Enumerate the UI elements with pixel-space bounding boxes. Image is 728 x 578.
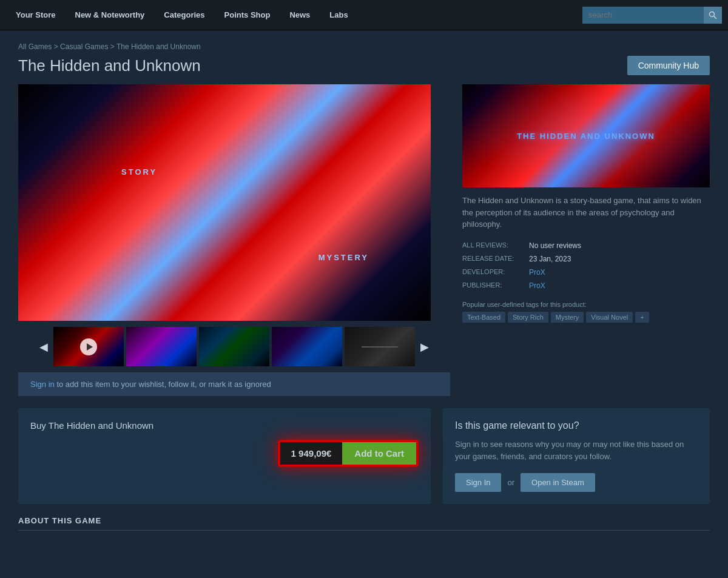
meta-reviews-row: ALL REVIEWS: No user reviews (462, 239, 710, 252)
game-description: The Hidden and Unknown is a story-based … (462, 195, 710, 230)
thumbnail-1[interactable] (53, 327, 124, 366)
add-to-cart-button[interactable]: Add to Cart (342, 442, 416, 465)
breadcrumb-casual-games[interactable]: Casual Games (60, 42, 108, 51)
release-label: RELEASE DATE: (462, 252, 529, 266)
meta-publisher-row: PUBLISHER: ProX (462, 279, 710, 292)
nav-your-store[interactable]: Your Store (6, 0, 66, 30)
navbar: Your Store New & Noteworthy Categories P… (0, 0, 728, 30)
tag-more[interactable]: + (635, 312, 649, 323)
meta-table: ALL REVIEWS: No user reviews RELEASE DAT… (462, 239, 710, 292)
svg-line-1 (714, 16, 717, 19)
thumb-nav-right[interactable]: ▶ (417, 340, 432, 354)
thumbnail-2[interactable] (126, 327, 197, 366)
publisher-label: PUBLISHER: (462, 279, 529, 292)
buy-price-row: 1 949,09€ Add to Cart (30, 440, 419, 467)
community-hub-button[interactable]: Community Hub (627, 56, 710, 75)
media-label-story: STORY (121, 167, 157, 176)
game-cover-image: THE HIDDEN AND UNKNOWN (462, 84, 710, 187)
thumbnails-row: ◀ ▶ (18, 321, 450, 372)
tag-text-based[interactable]: Text-Based (462, 312, 505, 323)
search-input[interactable] (582, 7, 704, 24)
game-info-panel: THE HIDDEN AND UNKNOWN The Hidden and Un… (462, 84, 710, 396)
publisher-value: ProX (529, 279, 710, 292)
play-button-icon (80, 338, 97, 355)
nav-new-noteworthy[interactable]: New & Noteworthy (66, 0, 155, 30)
thumb-nav-left[interactable]: ◀ (36, 340, 51, 354)
relevance-title: Is this game relevant to you? (455, 420, 698, 431)
reviews-label: ALL REVIEWS: (462, 239, 529, 252)
breadcrumb: All Games > Casual Games > The Hidden an… (18, 42, 710, 51)
nav-points-shop[interactable]: Points Shop (215, 0, 280, 30)
page-title: The Hidden and Unknown (18, 56, 201, 75)
thumbnail-4[interactable] (272, 327, 342, 366)
relevance-actions: Sign In or Open in Steam (455, 473, 698, 492)
game-content: STORY MYSTERY ◀ (18, 84, 710, 396)
reviews-value: No user reviews (529, 239, 710, 252)
nav-news[interactable]: News (280, 0, 320, 30)
nav-labs[interactable]: Labs (320, 0, 357, 30)
release-value: 23 Jan, 2023 (529, 252, 710, 266)
nav-items: Your Store New & Noteworthy Categories P… (6, 0, 582, 30)
developer-label: DEVELOPER: (462, 266, 529, 279)
svg-point-0 (710, 12, 715, 16)
open-steam-button[interactable]: Open in Steam (521, 473, 595, 492)
thumbnail-5[interactable] (345, 327, 415, 366)
breadcrumb-current: The Hidden and Unknown (116, 42, 201, 51)
signin-bar-text: to add this item to your wishlist, follo… (56, 380, 271, 389)
search-button[interactable] (704, 7, 722, 24)
tag-story-rich[interactable]: Story Rich (508, 312, 548, 323)
signin-bar: Sign in to add this item to your wishlis… (18, 372, 450, 396)
media-visual: STORY MYSTERY (18, 84, 431, 321)
tag-visual-novel[interactable]: Visual Novel (586, 312, 633, 323)
about-section: ABOUT THIS GAME (18, 516, 710, 549)
meta-developer-row: DEVELOPER: ProX (462, 266, 710, 279)
relevance-signin-button[interactable]: Sign In (455, 473, 501, 492)
page-title-row: The Hidden and Unknown Community Hub (18, 56, 710, 75)
buy-section-wrapper: Buy The Hidden and Unknown 1 949,09€ Add… (18, 408, 710, 504)
main-content: All Games > Casual Games > The Hidden an… (0, 30, 728, 561)
media-section: STORY MYSTERY ◀ (18, 84, 450, 396)
game-cover-title: THE HIDDEN AND UNKNOWN (517, 132, 655, 141)
relevance-description: Sign in to see reasons why you may or ma… (455, 439, 698, 462)
breadcrumb-all-games[interactable]: All Games (18, 42, 52, 51)
tags-row: Text-Based Story Rich Mystery Visual Nov… (462, 312, 710, 323)
tags-label: Popular user-defined tags for this produ… (462, 301, 710, 308)
buy-title: Buy The Hidden and Unknown (30, 420, 419, 431)
thumbnail-3[interactable] (199, 327, 269, 366)
media-label-mystery: MYSTERY (318, 253, 369, 262)
thumbnails-container: ◀ ▶ (18, 321, 450, 372)
breadcrumb-sep1: > (54, 42, 60, 51)
main-media-player[interactable]: STORY MYSTERY (18, 84, 431, 321)
price-label: 1 949,09€ (280, 442, 343, 465)
search-bar (582, 7, 722, 24)
developer-link[interactable]: ProX (529, 268, 545, 277)
relevance-box: Is this game relevant to you? Sign in to… (443, 408, 710, 504)
signin-link[interactable]: Sign in (30, 380, 55, 389)
meta-release-row: RELEASE DATE: 23 Jan, 2023 (462, 252, 710, 266)
developer-value: ProX (529, 266, 710, 279)
tags-section: Popular user-defined tags for this produ… (462, 301, 710, 323)
publisher-link[interactable]: ProX (529, 281, 545, 290)
about-title: ABOUT THIS GAME (18, 516, 710, 531)
buy-box: Buy The Hidden and Unknown 1 949,09€ Add… (18, 408, 431, 504)
breadcrumb-sep2: > (110, 42, 116, 51)
tag-mystery[interactable]: Mystery (551, 312, 584, 323)
relevance-or-text: or (507, 478, 514, 487)
nav-categories[interactable]: Categories (154, 0, 214, 30)
buy-price-area: 1 949,09€ Add to Cart (278, 440, 419, 467)
